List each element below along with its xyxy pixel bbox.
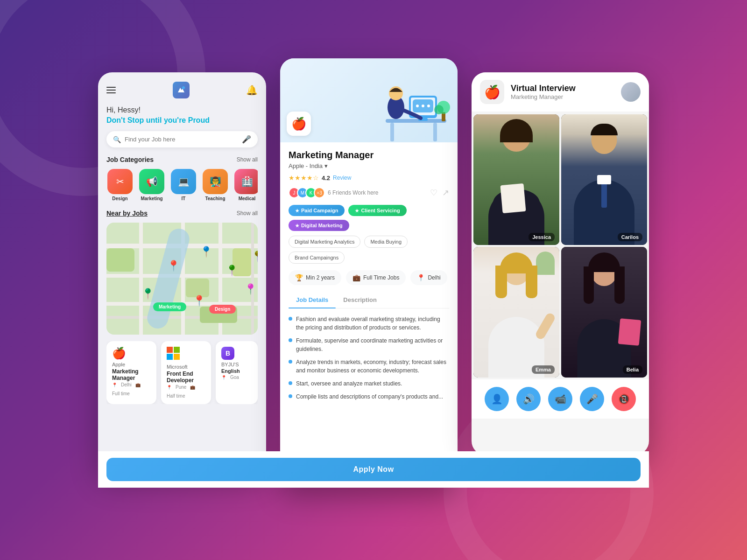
tag-analytics[interactable]: Digital Marketing Analytics: [289, 236, 360, 248]
hero-illustration: [376, 68, 451, 142]
review-link[interactable]: Review: [333, 175, 351, 181]
tag-star-icon2: ★: [355, 208, 359, 213]
briefcase-icon: 💼: [352, 274, 360, 281]
tag-brand[interactable]: Brand Campaingns: [289, 252, 345, 264]
svg-rect-1: [167, 347, 173, 353]
video-cell-carlos: Carilos: [561, 114, 647, 245]
teaching-icon: 👨‍🏫: [203, 169, 228, 194]
svg-point-12: [416, 105, 419, 107]
tag-paid-campaign[interactable]: ★ Paid Campaign: [289, 205, 345, 216]
interview-title: Virtual Interview: [511, 84, 614, 93]
interview-title-block: Virtual Interview Marketing Manager: [511, 84, 614, 100]
job-title: Marketing Manager: [289, 150, 449, 161]
job-card-byjus[interactable]: B BYJU'S English 📍 Goa: [216, 341, 258, 404]
share-icon[interactable]: ↗: [442, 188, 449, 198]
bullet-4: [289, 381, 292, 385]
microsoft-location-icon: 📍: [167, 385, 172, 390]
tag-client-servicing[interactable]: ★ Client Servicing: [348, 205, 406, 216]
search-bar: 🔍 🎤: [106, 131, 258, 147]
categories-show-all[interactable]: Show all: [237, 156, 258, 163]
greeting-sub: Don't Stop until you're Proud: [106, 116, 258, 125]
category-it-label: IT: [182, 196, 186, 201]
add-person-button[interactable]: 👤: [485, 387, 509, 411]
nearby-label: Near by Jobs: [106, 210, 148, 217]
speaker-button[interactable]: 🔊: [516, 387, 541, 411]
interview-subtitle: Marketing Manager: [511, 93, 614, 100]
video-cell-jessica: Jessica: [473, 114, 559, 245]
detail-item-2: Formulate, supervise and coordinate mark…: [289, 336, 449, 353]
job-hero: 🍎: [280, 58, 458, 142]
map-badge-design[interactable]: Design: [209, 305, 236, 314]
map-badge-marketing[interactable]: Marketing: [153, 302, 186, 311]
apple-company: Apple: [112, 362, 151, 367]
nearby-show-all[interactable]: Show all: [237, 210, 258, 217]
action-icons: ♡ ↗: [430, 188, 449, 198]
video-cell-emma: Emma: [473, 247, 559, 378]
detail-item-5: Compile lists and descriptions of compan…: [289, 392, 449, 401]
end-call-button[interactable]: 📵: [612, 387, 636, 411]
categories-label: Job Categories: [106, 156, 154, 163]
video-button[interactable]: 📹: [548, 387, 572, 411]
category-it[interactable]: 💻 IT: [170, 169, 197, 201]
app-logo: [173, 82, 190, 98]
category-design[interactable]: ✂ Design: [106, 169, 134, 201]
emma-name-tag: Emma: [532, 365, 555, 374]
svg-point-13: [422, 105, 424, 107]
company-name: Apple - India ▾: [289, 162, 449, 169]
carlos-name-tag: Carilos: [618, 233, 642, 241]
apple-type-icon: 💼: [135, 383, 141, 387]
logo-icon: [173, 82, 190, 98]
detail-item-4: Start, oversee and analyze market studie…: [289, 379, 449, 388]
tab-description[interactable]: Description: [336, 292, 384, 308]
category-marketing[interactable]: 📢 Marketing: [138, 169, 165, 201]
search-input[interactable]: [125, 136, 238, 143]
mute-button[interactable]: 🎤: [580, 387, 604, 411]
svg-point-14: [427, 105, 430, 107]
byjus-location: Goa: [230, 375, 239, 380]
microsoft-type-icon: 💼: [190, 385, 195, 390]
nearby-section-header: Near by Jobs Show all: [106, 210, 258, 217]
min-years-info: 🏆 Min 2 years: [289, 270, 341, 285]
category-medical[interactable]: 🏥 Medical: [233, 169, 258, 201]
medical-icon: 🏥: [234, 169, 258, 194]
secondary-tags: Digital Marketing Analytics Media Buying…: [289, 236, 449, 264]
microsoft-job-meta: 📍 Pune 💼 Half time: [167, 385, 205, 399]
interview-company-icon: 🍎: [480, 80, 504, 104]
mic-icon[interactable]: 🎤: [242, 135, 251, 144]
notification-bell[interactable]: 🔔: [246, 84, 258, 96]
hamburger-menu[interactable]: [106, 87, 116, 93]
detail-item-3: Analyze trends in markets, economy, indu…: [289, 358, 449, 375]
svg-rect-7: [433, 123, 437, 141]
belia-name-tag: Belia: [623, 365, 642, 374]
apply-now-button[interactable]: Apply Now: [280, 458, 458, 481]
tag-media-buying[interactable]: Media Buying: [364, 236, 408, 248]
byjus-location-icon: 📍: [221, 375, 226, 380]
location-pin-icon: 📍: [417, 274, 425, 281]
video-grid: Jessica Carilos: [472, 112, 649, 379]
favorite-icon[interactable]: ♡: [430, 188, 437, 198]
map-view[interactable]: 📍 📍 📍 📍 📍 📍 📍 Marketing Design: [106, 223, 258, 335]
job-type-info: 💼 Full Time Jobs: [346, 270, 406, 285]
job-card-microsoft[interactable]: Microsoft Front End Developer 📍 Pune 💼 H…: [161, 341, 211, 404]
company-dropdown-icon[interactable]: ▾: [324, 162, 328, 169]
video-cell-belia: Belia: [561, 247, 647, 378]
friends-row: J M K +3 6 Friends Work here ♡ ↗: [289, 187, 449, 198]
svg-rect-2: [174, 347, 180, 353]
microsoft-job-title: Front End Developer: [167, 371, 205, 384]
job-card-apple[interactable]: 🍎 Apple Marketing Manager 📍 Delhi 💼 Full…: [106, 341, 156, 404]
apple-job-title: Marketing Manager: [112, 368, 151, 381]
tab-job-details[interactable]: Job Details: [289, 292, 336, 308]
detail-item-1: Fashion and evaluate overall marketing s…: [289, 315, 449, 332]
min-years-text: Min 2 years: [306, 274, 335, 281]
category-design-label: Design: [112, 196, 127, 201]
screen-job-search: 🔔 Hi, Hessy! Don't Stop until you're Pro…: [98, 72, 266, 474]
search-icon: 🔍: [113, 136, 121, 143]
primary-tags: ★ Paid Campaign ★ Client Servicing ★ Dig…: [289, 205, 449, 231]
star-icons: ★★★★☆: [289, 174, 319, 182]
tag-digital-marketing[interactable]: ★ Digital Marketing: [289, 220, 349, 231]
bullet-2: [289, 338, 292, 342]
microsoft-logo: [167, 347, 205, 362]
category-teaching[interactable]: 👨‍🏫 Teaching: [202, 169, 229, 201]
apple-logo: 🍎: [112, 347, 151, 360]
microsoft-company: Microsoft: [167, 364, 205, 370]
